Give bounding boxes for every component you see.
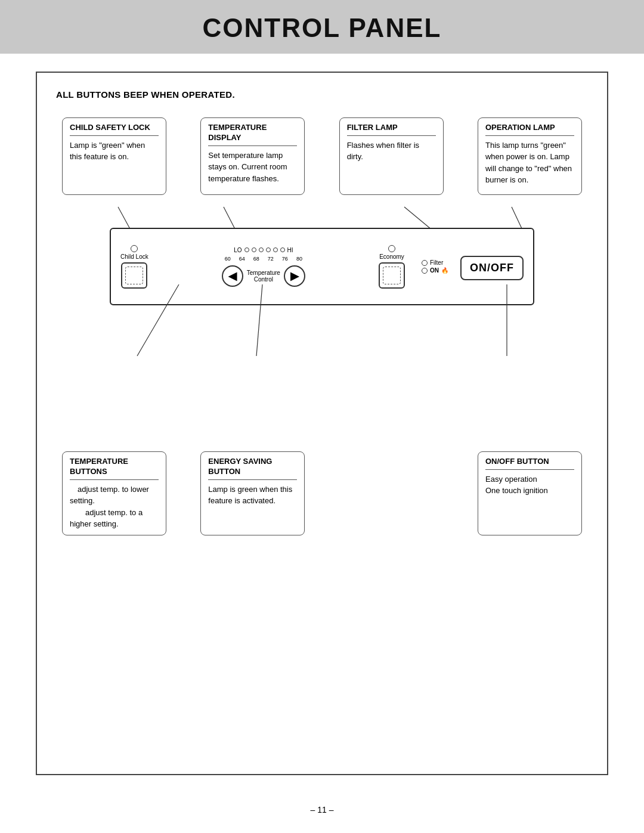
filter-indicator [422, 260, 428, 266]
temp-num-72: 72 [268, 256, 274, 262]
callout-temperature-buttons-body: adjust temp. to lower setting. adjust te… [70, 484, 159, 530]
svg-line-5 [256, 284, 262, 356]
callout-temperature-display-body: Set temperature lamp stays on. Current r… [208, 150, 297, 185]
callout-operation-lamp-title: OPERATION LAMP [485, 123, 574, 136]
callout-onoff-button-title: ON/OFF BUTTON [485, 457, 574, 470]
onoff-section: ON/OFF [460, 253, 524, 280]
temp-num-80: 80 [296, 256, 302, 262]
temp-dot-72 [266, 247, 271, 252]
bottom-connector-lines [56, 284, 588, 368]
callout-child-safety-lock-title: CHILD SAFETY LOCK [70, 123, 159, 136]
temp-control-label: TemperatureControl [247, 270, 280, 283]
child-lock-indicator [131, 245, 138, 252]
temp-num-68: 68 [253, 256, 259, 262]
callout-temperature-display: TEMPERATURE DISPLAY Set temperature lamp… [200, 117, 305, 195]
child-lock-section: Child Lock [120, 245, 148, 289]
callout-operation-lamp-body: This lamp turns "green" when power is on… [485, 140, 574, 186]
callout-energy-saving-title: ENERGY SAVING BUTTON [208, 457, 297, 480]
all-buttons-note: ALL BUTTONS BEEP WHEN OPERATED. [56, 89, 588, 100]
temp-dot-76 [273, 247, 278, 252]
on-label: ON [430, 267, 439, 274]
economy-knob-inner [383, 267, 401, 284]
callout-energy-saving: ENERGY SAVING BUTTON Lamp is green when … [200, 451, 305, 535]
temp-arrows: ◀ TemperatureControl ▶ [222, 265, 305, 287]
page-header: CONTROL PANEL [0, 0, 644, 54]
bottom-callouts: TEMPERATURE BUTTONS adjust temp. to lowe… [56, 451, 588, 535]
diagram-area: CHILD SAFETY LOCK Lamp is "green" when t… [56, 117, 588, 368]
temp-num-64: 64 [239, 256, 245, 262]
onoff-button[interactable]: ON/OFF [460, 256, 524, 280]
main-box: ALL BUTTONS BEEP WHEN OPERATED. CHILD SA… [36, 72, 608, 775]
callout-filter-lamp: FILTER LAMP Flashes when filter is dirty… [339, 117, 444, 195]
economy-section: Economy [379, 245, 405, 289]
callout-filter-lamp-title: FILTER LAMP [347, 123, 436, 136]
temp-dot-60 [244, 247, 249, 252]
temp-num-60: 60 [225, 256, 231, 262]
temp-dot-64 [252, 247, 256, 252]
on-indicator [422, 268, 428, 274]
callout-temperature-buttons-title: TEMPERATURE BUTTONS [70, 457, 159, 480]
temp-increase-button[interactable]: ▶ [284, 265, 305, 287]
economy-indicator [388, 245, 395, 252]
callout-temperature-display-title: TEMPERATURE DISPLAY [208, 123, 297, 146]
temp-hi-label: HI [287, 247, 293, 253]
flame-icon: 🔥 [441, 267, 448, 274]
page-number: – 11 – [311, 805, 334, 815]
svg-line-4 [137, 284, 179, 356]
page-title: CONTROL PANEL [0, 13, 644, 43]
callout-temperature-buttons: TEMPERATURE BUTTONS adjust temp. to lowe… [62, 451, 166, 535]
child-lock-knob-inner [125, 267, 143, 284]
bottom-spacer [339, 451, 444, 535]
filter-row: Filter [422, 259, 443, 266]
temp-lo-label: LO [234, 247, 242, 253]
callout-child-safety-lock-body: Lamp is "green" when this feature is on. [70, 140, 159, 163]
temp-dot-68 [259, 247, 264, 252]
callout-child-safety-lock: CHILD SAFETY LOCK Lamp is "green" when t… [62, 117, 166, 195]
temp-numbers-row: LO HI [234, 247, 293, 253]
child-lock-label: Child Lock [120, 253, 148, 260]
callout-onoff-button: ON/OFF BUTTON Easy operationOne touch ig… [478, 451, 582, 535]
temp-dot-80 [280, 247, 285, 252]
callout-operation-lamp: OPERATION LAMP This lamp turns "green" w… [478, 117, 582, 195]
on-row: ON 🔥 [422, 267, 448, 274]
temp-num-76: 76 [282, 256, 288, 262]
callout-energy-saving-body: Lamp is green when this feature is activ… [208, 484, 297, 507]
callout-onoff-button-body: Easy operationOne touch ignition [485, 473, 574, 497]
economy-label: Economy [379, 253, 404, 260]
filter-on-section: Filter ON 🔥 [422, 259, 448, 274]
filter-label: Filter [430, 259, 443, 266]
temp-decrease-button[interactable]: ◀ [222, 265, 243, 287]
temperature-display-section: LO HI 60 64 68 72 76 80 [160, 247, 367, 287]
callout-filter-lamp-body: Flashes when filter is dirty. [347, 140, 436, 163]
